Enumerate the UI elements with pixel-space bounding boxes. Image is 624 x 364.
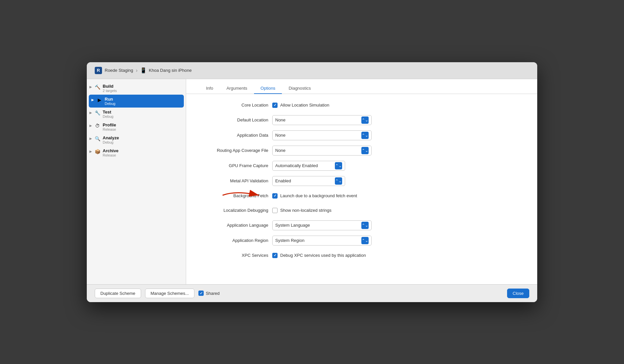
app-language-label: Application Language bbox=[199, 223, 272, 228]
sidebar-item-build[interactable]: ▶ 🔨 Build 2 targets bbox=[87, 82, 186, 95]
sidebar-item-profile[interactable]: ▶ ⏱ Profile Release bbox=[87, 120, 186, 133]
metal-api-value: Enabled bbox=[275, 178, 291, 183]
allow-location-checkbox[interactable] bbox=[272, 103, 278, 108]
sidebar-item-archive[interactable]: ▶ 📦 Archive Release bbox=[87, 146, 186, 159]
tab-diagnostics[interactable]: Diagnostics bbox=[282, 83, 317, 94]
routing-coverage-label: Routing App Coverage File bbox=[199, 148, 272, 153]
core-location-control: Allow Location Simulation bbox=[272, 103, 524, 108]
dropdown-chevron-icon: ⌃⌄ bbox=[361, 132, 369, 139]
application-data-row: Application Data None ⌃⌄ bbox=[199, 130, 524, 140]
allow-location-label: Allow Location Simulation bbox=[280, 103, 329, 108]
expand-icon: ▶ bbox=[89, 150, 92, 153]
tab-info[interactable]: Info bbox=[199, 83, 220, 94]
expand-icon: ▶ bbox=[89, 111, 92, 114]
tab-arguments[interactable]: Arguments bbox=[220, 83, 254, 94]
tab-options[interactable]: Options bbox=[254, 83, 282, 94]
run-icon: ▶ bbox=[96, 97, 103, 103]
workspace-label: Roede Staging bbox=[105, 68, 133, 73]
localization-row: Localization Debugging Show non-localize… bbox=[199, 206, 524, 215]
build-icon: 🔨 bbox=[94, 84, 101, 90]
sidebar-item-analyze[interactable]: ▶ 🔍 Analyze Debug bbox=[87, 133, 186, 146]
gpu-frame-control: Automatically Enabled ⌃⌄ bbox=[272, 161, 524, 171]
run-sub: Debug bbox=[105, 102, 115, 106]
profile-icon: ⏱ bbox=[94, 122, 101, 129]
archive-icon: 📦 bbox=[94, 148, 101, 155]
gpu-frame-value: Automatically Enabled bbox=[275, 163, 318, 168]
footer: Duplicate Scheme Manage Schemes... Share… bbox=[87, 284, 537, 302]
localization-checkbox[interactable] bbox=[272, 208, 278, 213]
right-panel: Info Arguments Options Diagnostics Core … bbox=[186, 79, 537, 284]
analyze-label: Analyze bbox=[103, 135, 119, 140]
background-fetch-checkbox[interactable] bbox=[272, 193, 278, 199]
gpu-frame-label: GPU Frame Capture bbox=[199, 163, 272, 168]
default-location-label: Default Location bbox=[199, 117, 272, 122]
duplicate-scheme-button[interactable]: Duplicate Scheme bbox=[95, 289, 141, 298]
routing-coverage-dropdown[interactable]: None ⌃⌄ bbox=[272, 146, 372, 156]
shared-checkbox[interactable] bbox=[198, 291, 204, 296]
routing-coverage-control: None ⌃⌄ bbox=[272, 146, 524, 156]
app-region-value: System Region bbox=[275, 238, 304, 243]
expand-icon: ▶ bbox=[89, 85, 92, 89]
core-location-label: Core Location bbox=[199, 103, 272, 108]
localization-control: Show non-localized strings bbox=[272, 208, 524, 213]
app-region-dropdown[interactable]: System Region ⌃⌄ bbox=[272, 236, 372, 246]
dropdown-chevron-icon: ⌃⌄ bbox=[361, 116, 369, 124]
archive-label: Archive bbox=[103, 148, 119, 153]
breadcrumb-separator: › bbox=[136, 68, 137, 73]
shared-control: Shared bbox=[198, 291, 220, 296]
header-bar: R Roede Staging › 📱 Khoa Dang sin iPhone bbox=[87, 62, 537, 79]
build-sub: 2 targets bbox=[103, 89, 117, 93]
tabs-bar: Info Arguments Options Diagnostics bbox=[186, 79, 537, 94]
routing-coverage-row: Routing App Coverage File None ⌃⌄ bbox=[199, 146, 524, 156]
default-location-value: None bbox=[275, 117, 286, 122]
annotation-arrow bbox=[219, 189, 262, 203]
xpc-cb-label: Debug XPC services used by this applicat… bbox=[280, 253, 366, 258]
gpu-frame-row: GPU Frame Capture Automatically Enabled … bbox=[199, 161, 524, 171]
xpc-control: Debug XPC services used by this applicat… bbox=[272, 253, 524, 258]
routing-coverage-value: None bbox=[275, 148, 286, 153]
application-data-dropdown[interactable]: None ⌃⌄ bbox=[272, 130, 372, 140]
metal-api-label: Metal API Validation bbox=[199, 178, 272, 183]
metal-api-dropdown[interactable]: Enabled ⌃⌄ bbox=[272, 176, 345, 186]
dropdown-chevron-icon: ⌃⌄ bbox=[361, 222, 369, 229]
app-region-control: System Region ⌃⌄ bbox=[272, 236, 524, 246]
background-fetch-control: Launch due to a background fetch event bbox=[272, 193, 524, 199]
device-name: Khoa Dang sin iPhone bbox=[149, 68, 191, 73]
localization-cb-label: Show non-localized strings bbox=[280, 208, 332, 213]
app-language-dropdown[interactable]: System Language ⌃⌄ bbox=[272, 220, 372, 230]
test-sub: Debug bbox=[103, 114, 113, 118]
options-content: Core Location Allow Location Simulation … bbox=[186, 94, 537, 284]
sidebar: ▶ 🔨 Build 2 targets ▶ ▶ Run Debug ▶ 🔧 bbox=[87, 79, 186, 284]
shared-label: Shared bbox=[206, 291, 220, 296]
run-label: Run bbox=[105, 97, 115, 102]
application-data-value: None bbox=[275, 133, 286, 138]
xpc-label: XPC Services bbox=[199, 253, 272, 258]
breadcrumb: R Roede Staging › 📱 Khoa Dang sin iPhone bbox=[95, 67, 192, 74]
app-region-row: Application Region System Region ⌃⌄ bbox=[199, 236, 524, 246]
metal-api-row: Metal API Validation Enabled ⌃⌄ bbox=[199, 176, 524, 186]
sidebar-item-run[interactable]: ▶ ▶ Run Debug bbox=[89, 95, 184, 108]
phone-icon: 📱 bbox=[140, 67, 147, 73]
dropdown-chevron-icon: ⌃⌄ bbox=[335, 162, 342, 169]
profile-label: Profile bbox=[103, 122, 116, 127]
main-content: ▶ 🔨 Build 2 targets ▶ ▶ Run Debug ▶ 🔧 bbox=[87, 79, 537, 284]
expand-icon: ▶ bbox=[91, 98, 94, 102]
manage-schemes-button[interactable]: Manage Schemes... bbox=[145, 289, 195, 298]
app-language-control: System Language ⌃⌄ bbox=[272, 220, 524, 230]
metal-api-control: Enabled ⌃⌄ bbox=[272, 176, 524, 186]
gpu-frame-dropdown[interactable]: Automatically Enabled ⌃⌄ bbox=[272, 161, 345, 171]
build-label: Build bbox=[103, 84, 117, 89]
app-region-label: Application Region bbox=[199, 238, 272, 243]
app-language-row: Application Language System Language ⌃⌄ bbox=[199, 220, 524, 230]
xpc-row: XPC Services Debug XPC services used by … bbox=[199, 251, 524, 260]
core-location-row: Core Location Allow Location Simulation bbox=[199, 101, 524, 110]
default-location-dropdown[interactable]: None ⌃⌄ bbox=[272, 115, 372, 125]
close-button[interactable]: Close bbox=[507, 289, 529, 298]
expand-icon: ▶ bbox=[89, 137, 92, 140]
sidebar-item-test[interactable]: ▶ 🔧 Test Debug bbox=[87, 108, 186, 120]
application-data-control: None ⌃⌄ bbox=[272, 130, 524, 140]
default-location-row: Default Location None ⌃⌄ bbox=[199, 115, 524, 125]
localization-label: Localization Debugging bbox=[199, 208, 272, 213]
app-icon: R bbox=[95, 67, 102, 74]
xpc-checkbox[interactable] bbox=[272, 253, 278, 258]
